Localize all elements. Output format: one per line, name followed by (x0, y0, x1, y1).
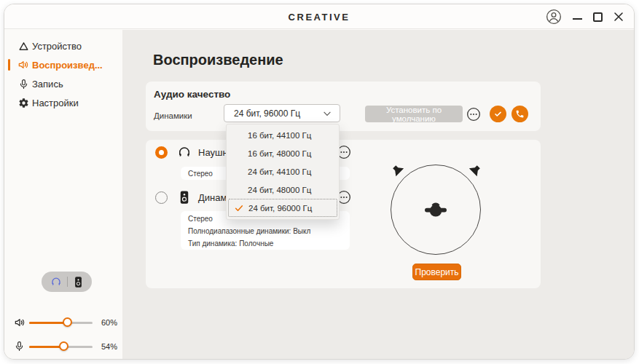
sidebar-item-device[interactable]: Устройство (4, 36, 122, 55)
mic-slider-knob[interactable] (59, 341, 68, 351)
quality-option[interactable]: 24 бит, 48000 Гц (228, 181, 337, 199)
volume-icon (14, 317, 26, 328)
close-button[interactable] (613, 12, 624, 22)
gear-icon (17, 97, 29, 108)
detail-line: Тип динамика: Полочные (181, 237, 350, 250)
main-content: Воспроизведение Аудио качество Динамики … (122, 30, 634, 359)
speakers-radio[interactable] (155, 191, 168, 204)
sidebar-item-record[interactable]: Запись (4, 74, 122, 93)
quality-dropdown: 16 бит, 44100 Гц 16 бит, 48000 Гц 24 бит… (226, 124, 340, 220)
headphones-radio[interactable] (155, 146, 168, 159)
sidebar: Устройство Воспроизвед... (4, 30, 122, 359)
speaker-box-icon (178, 190, 192, 205)
headphones-icon[interactable] (50, 276, 62, 288)
quality-option[interactable]: 24 бит, 44100 Гц (228, 162, 337, 181)
sidebar-item-settings[interactable]: Настройки (4, 93, 122, 112)
speaker-wave-icon (17, 59, 29, 71)
set-default-button[interactable]: Установить по умолчанию (365, 106, 463, 122)
volume-slider-row: 60% (4, 317, 122, 328)
headphones-icon (177, 145, 192, 159)
right-speaker-icon (466, 162, 483, 179)
chevron-down-icon (322, 108, 332, 119)
quality-option-selected[interactable]: 24 бит, 96000 Гц (228, 199, 337, 217)
mic-icon (17, 78, 29, 90)
speaker-box-icon[interactable] (73, 276, 84, 288)
playback-devices-panel: Наушники Стерео Динамики (146, 140, 541, 288)
mic-value: 54% (101, 342, 117, 351)
delta-icon (17, 40, 29, 52)
quality-option[interactable]: 16 бит, 44100 Гц (228, 126, 337, 144)
quality-option[interactable]: 16 бит, 48000 Гц (228, 144, 337, 162)
quality-select[interactable]: 24 бит, 96000 Гц (224, 104, 340, 122)
more-options-icon[interactable] (466, 107, 481, 122)
test-button[interactable]: Проверить (412, 264, 461, 280)
volume-value: 60% (101, 318, 117, 327)
sidebar-item-label: Запись (32, 79, 63, 90)
sidebar-item-label: Устройство (32, 41, 82, 52)
detail-line: Стерео (181, 167, 220, 180)
detail-line: Полнодиапазонные динамики: Выкл (181, 225, 350, 237)
device-label: Динамики (154, 111, 192, 120)
volume-slider[interactable] (29, 322, 93, 324)
check-icon (234, 203, 244, 213)
audio-quality-panel: Аудио качество Динамики 24 бит, 96000 Гц… (146, 82, 541, 131)
volume-slider-knob[interactable] (63, 317, 72, 327)
app-window: CREATIVE (4, 4, 635, 360)
creative-logo: CREATIVE (4, 4, 634, 29)
sidebar-item-playback[interactable]: Воспроизвед... (4, 55, 122, 74)
mic-slider-row: 54% (4, 341, 122, 352)
account-icon[interactable] (546, 9, 562, 25)
maximize-button[interactable] (593, 12, 603, 22)
mic-slider[interactable] (29, 346, 93, 348)
listener-head-icon (423, 199, 448, 221)
page-title: Воспроизведение (153, 52, 283, 68)
check-badge[interactable] (490, 106, 506, 122)
audio-quality-heading: Аудио качество (154, 89, 230, 100)
quality-select-value: 24 бит, 96000 Гц (234, 108, 300, 119)
sidebar-item-label: Настройки (32, 98, 79, 108)
phone-badge[interactable] (511, 106, 528, 122)
titlebar: CREATIVE (4, 4, 634, 29)
minimize-button[interactable] (573, 11, 582, 23)
toggle-divider (67, 277, 68, 287)
output-device-toggle[interactable] (42, 272, 92, 292)
mic-icon (14, 341, 26, 352)
sidebar-item-label: Воспроизвед... (32, 60, 103, 71)
